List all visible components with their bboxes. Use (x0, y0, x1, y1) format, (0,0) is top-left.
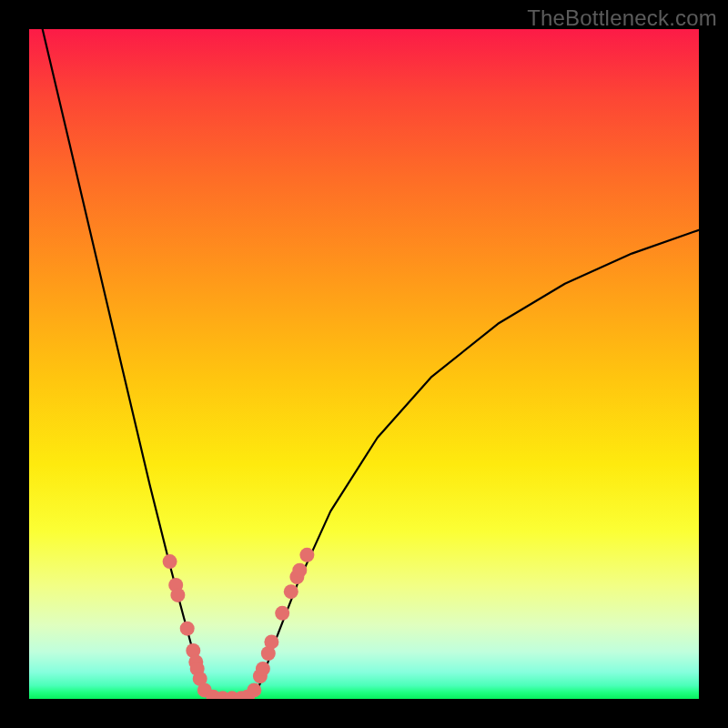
scatter-point (247, 682, 261, 697)
scatter-point (163, 554, 177, 569)
scatter-point (180, 622, 195, 636)
scatter-point (256, 662, 270, 676)
chart-svg (29, 29, 699, 699)
scatter-point (292, 563, 307, 578)
scatter-point (299, 548, 314, 562)
watermark-text: TheBottleneck.com (527, 5, 717, 31)
scatter-point (275, 606, 289, 621)
scatter-point (284, 584, 298, 599)
scatter-point (264, 634, 278, 649)
bottleneck-curve (43, 29, 699, 699)
scatter-points (163, 548, 315, 699)
scatter-point (170, 588, 185, 602)
plot-area (29, 29, 699, 699)
chart-frame: TheBottleneck.com (0, 0, 728, 728)
